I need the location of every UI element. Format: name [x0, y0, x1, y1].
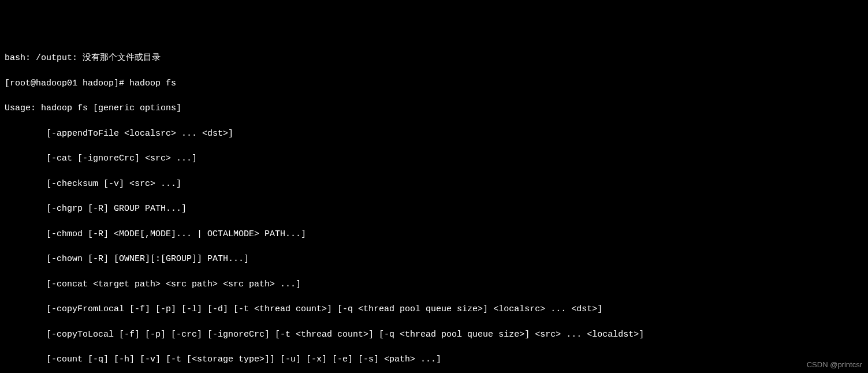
option-line: [-concat <target path> <src path> <src p… — [5, 278, 863, 291]
option-line: [-copyFromLocal [-f] [-p] [-l] [-d] [-t … — [5, 303, 863, 316]
option-line: [-chgrp [-R] GROUP PATH...] — [5, 203, 863, 215]
option-line: [-cat [-ignoreCrc] <src> ...] — [5, 152, 863, 165]
shell-prompt: [root@hadoop01 hadoop]# — [5, 79, 129, 88]
option-line: [-chown [-R] [OWNER][:[GROUP]] PATH...] — [5, 253, 863, 266]
option-line: [-chmod [-R] <MODE[,MODE]... | OCTALMODE… — [5, 228, 863, 241]
error-prefix: bash: /output: — [5, 53, 83, 63]
watermark-text: CSDN @printcsr — [807, 360, 862, 371]
command-input: hadoop fs — [129, 79, 176, 88]
usage-header: Usage: hadoop fs [generic options] — [5, 102, 863, 115]
option-line: [-checksum [-v] <src> ...] — [5, 178, 863, 191]
option-line: [-copyToLocal [-f] [-p] [-crc] [-ignoreC… — [5, 329, 863, 341]
error-message: 没有那个文件或目录 — [83, 52, 161, 62]
prompt-line[interactable]: [root@hadoop01 hadoop]# hadoop fs — [5, 77, 863, 90]
error-line: bash: /output: 没有那个文件或目录 — [5, 51, 863, 65]
option-line: [-appendToFile <localsrc> ... <dst>] — [5, 128, 863, 140]
option-line: [-count [-q] [-h] [-v] [-t [<storage typ… — [5, 353, 863, 366]
